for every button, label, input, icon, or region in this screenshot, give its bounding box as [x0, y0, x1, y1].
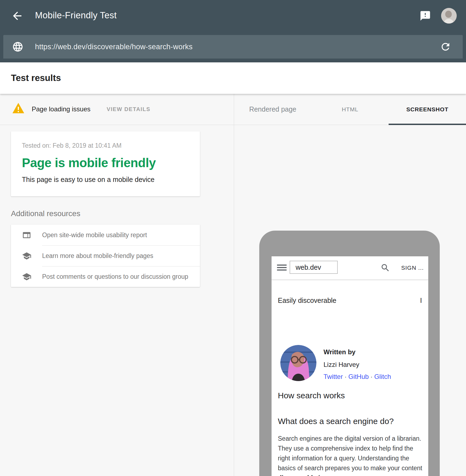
author-links: Twitter·GitHub·Glitch	[324, 373, 391, 381]
article-paragraph-1: Search engines are the digital version o…	[278, 434, 423, 476]
content-area: Page loading issues VIEW DETAILS Rendere…	[0, 94, 466, 476]
screenshot-url-value: web.dev	[296, 263, 321, 271]
view-details-button[interactable]: VIEW DETAILS	[107, 106, 150, 112]
phone-mockup: web.dev SIGN ... Easily discoverable I	[259, 231, 440, 476]
tab-screenshot-label: SCREENSHOT	[406, 106, 448, 113]
feedback-button[interactable]	[420, 10, 431, 22]
usability-report-icon	[22, 230, 31, 240]
url-bar[interactable]: https://web.dev/discoverable/how-search-…	[3, 35, 463, 59]
paragraph-text: for users.	[316, 474, 344, 476]
feedback-icon	[420, 10, 431, 22]
tested-on-timestamp: Tested on: Feb 8, 2019 at 10:41 AM	[22, 142, 121, 149]
verdict-text: Page is mobile friendly	[22, 155, 156, 170]
phone-screenshot: web.dev SIGN ... Easily discoverable I	[272, 256, 428, 476]
tab-rendered-page-label: Rendered page	[249, 105, 296, 113]
verdict-card: Tested on: Feb 8, 2019 at 10:41 AM Page …	[11, 131, 200, 196]
written-by-label: Written by	[324, 348, 356, 356]
app-bar-row: Mobile-Friendly Test	[0, 0, 466, 35]
url-text: https://web.dev/discoverable/how-search-…	[35, 43, 193, 51]
glitch-link: Glitch	[374, 373, 391, 380]
article-subheading: What does a search engine do?	[278, 417, 394, 426]
panel-divider	[234, 94, 234, 476]
link-separator: ·	[343, 373, 348, 380]
results-header: Test results	[0, 62, 466, 94]
paragraph-text: Search engines are the digital version o…	[278, 435, 422, 472]
twitter-link: Twitter	[324, 373, 343, 380]
issues-toolbar: Page loading issues VIEW DETAILS	[0, 94, 234, 125]
page-title: Test results	[11, 73, 61, 83]
refresh-button[interactable]	[440, 41, 451, 53]
resource-item-label: Learn more about mobile-friendly pages	[42, 252, 153, 260]
tab-html-label: HTML	[342, 106, 358, 113]
resource-item-label: Post comments or questions to our discus…	[42, 273, 188, 280]
back-button[interactable]	[11, 10, 24, 22]
additional-resources-title: Additional resources	[11, 209, 80, 218]
globe-icon	[12, 41, 24, 53]
school-icon	[22, 272, 31, 281]
link-separator: ·	[369, 373, 374, 380]
hamburger-menu-icon	[277, 265, 287, 271]
author-name: Lizzi Harvey	[324, 361, 359, 368]
issues-label: Page loading issues	[32, 105, 91, 113]
tab-screenshot[interactable]: SCREENSHOT	[389, 94, 466, 125]
resource-item-label: Open site-wide mobile usability report	[42, 231, 147, 239]
article-heading: How search works	[278, 391, 345, 400]
resource-item-usability-report[interactable]: Open site-wide mobile usability report	[11, 225, 200, 245]
github-link: GitHub	[348, 373, 369, 380]
screenshot-sign-in-label: SIGN ...	[401, 265, 424, 271]
resources-card: Open site-wide mobile usability report L…	[11, 225, 200, 287]
school-icon	[22, 251, 31, 261]
paragraph-bold-text: discoverable	[278, 474, 316, 476]
screenshot-site-title: Easily discoverable	[278, 297, 336, 304]
refresh-icon	[440, 41, 451, 53]
tab-html[interactable]: HTML	[311, 94, 389, 125]
avatar-photo	[441, 8, 457, 24]
screenshot-url-field: web.dev	[290, 261, 338, 274]
screenshot-site-header-glyph: I	[420, 297, 422, 304]
search-icon	[380, 263, 390, 273]
resource-item-discussion-group[interactable]: Post comments or questions to our discus…	[11, 266, 200, 287]
screenshot-browser-header: web.dev SIGN ...	[272, 256, 428, 280]
mobile-friendly-test-app: Mobile-Friendly Test https:	[0, 0, 466, 476]
resource-item-learn-more[interactable]: Learn more about mobile-friendly pages	[11, 245, 200, 266]
arrow-left-icon	[11, 10, 24, 22]
warning-icon	[12, 102, 25, 114]
author-avatar	[280, 345, 316, 381]
user-avatar[interactable]	[441, 8, 457, 24]
tab-rendered-page[interactable]: Rendered page	[234, 94, 311, 125]
verdict-description: This page is easy to use on a mobile dev…	[22, 176, 155, 184]
result-tabs: Rendered page HTML SCREENSHOT	[234, 94, 466, 125]
app-title: Mobile-Friendly Test	[35, 10, 117, 21]
app-bar: Mobile-Friendly Test https:	[0, 0, 466, 62]
